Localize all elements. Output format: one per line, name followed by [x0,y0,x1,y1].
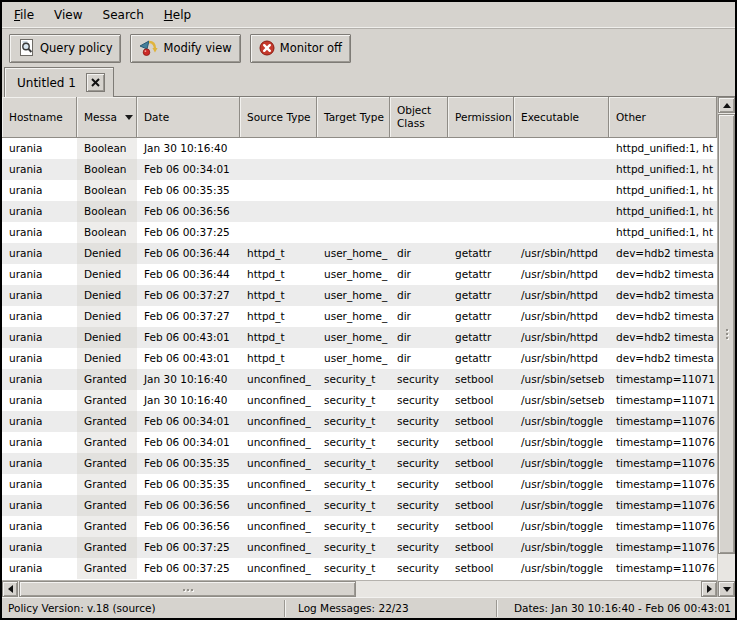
table-row[interactable]: uraniaDeniedFeb 06 00:37:27httpd_tuser_h… [2,285,717,306]
cell-other: timestamp=11076 [609,495,717,516]
modify-view-button[interactable]: Modify view [130,34,240,63]
cell-target_type: security_t [317,558,390,579]
statusbar: Policy Version: v.18 (source) Log Messag… [2,597,735,618]
cell-message: Denied [77,327,137,348]
cell-object_class: dir [390,327,448,348]
cell-other: dev=hdb2 timesta [609,285,717,306]
scroll-down-button[interactable] [718,581,735,597]
column-header-source_type[interactable]: Source Type [240,97,317,138]
table-row[interactable]: uraniaGrantedFeb 06 00:37:25unconfined_s… [2,537,717,558]
cell-other: timestamp=11076 [609,558,717,579]
status-policy-version: Policy Version: v.18 (source) [2,600,284,617]
h-scroll-thumb[interactable] [19,581,356,597]
table-row[interactable]: uraniaGrantedFeb 06 00:35:35unconfined_s… [2,474,717,495]
cell-message: Boolean [77,180,137,201]
cell-message: Denied [77,264,137,285]
cell-target_type: security_t [317,495,390,516]
cell-source_type: unconfined_ [240,411,317,432]
cell-permission: getattr [448,327,514,348]
cell-other: dev=hdb2 timesta [609,264,717,285]
cell-permission [448,201,514,222]
cell-date: Feb 06 00:37:25 [137,222,240,243]
cell-date: Feb 06 00:35:35 [137,474,240,495]
column-header-date[interactable]: Date [137,97,240,138]
cell-hostname: urania [2,327,77,348]
cell-executable: /usr/sbin/toggle [514,474,609,495]
cell-message: Denied [77,306,137,327]
table-row[interactable]: uraniaGrantedFeb 06 00:34:01unconfined_s… [2,411,717,432]
close-icon [91,78,100,87]
tab-untitled-1[interactable]: Untitled 1 [4,67,114,97]
table-row[interactable]: uraniaGrantedFeb 06 00:36:56unconfined_s… [2,516,717,537]
column-header-message[interactable]: Messa [77,97,137,138]
monitor-off-button[interactable]: Monitor off [250,34,351,63]
cell-executable: /usr/sbin/toggle [514,537,609,558]
table-row[interactable]: uraniaGrantedJan 30 10:16:40unconfined_s… [2,369,717,390]
cell-executable [514,180,609,201]
status-dates: Dates: Jan 30 10:16:40 - Feb 06 00:43:01 [496,600,735,617]
table-row[interactable]: uraniaGrantedJan 30 10:16:40unconfined_s… [2,390,717,411]
column-header-executable[interactable]: Executable [514,97,609,138]
scroll-up-button[interactable] [718,97,735,113]
cell-other: timestamp=11076 [609,453,717,474]
cell-source_type: unconfined_ [240,516,317,537]
table-row[interactable]: uraniaGrantedFeb 06 00:35:35unconfined_s… [2,453,717,474]
menu-search[interactable]: Search [93,4,154,26]
table-row[interactable]: uraniaDeniedFeb 06 00:43:01httpd_tuser_h… [2,327,717,348]
column-header-other[interactable]: Other [609,97,717,138]
table-row[interactable]: uraniaDeniedFeb 06 00:37:27httpd_tuser_h… [2,306,717,327]
cell-hostname: urania [2,453,77,474]
table-row[interactable]: uraniaBooleanFeb 06 00:34:01httpd_unifie… [2,159,717,180]
cell-other: dev=hdb2 timesta [609,348,717,369]
query-policy-button[interactable]: Query policy [9,34,121,63]
cell-target_type: security_t [317,369,390,390]
table-row[interactable]: uraniaBooleanFeb 06 00:36:56httpd_unifie… [2,201,717,222]
table-row[interactable]: uraniaDeniedFeb 06 00:43:01httpd_tuser_h… [2,348,717,369]
column-header-hostname[interactable]: Hostname [2,97,77,138]
table-row[interactable]: uraniaGrantedFeb 06 00:36:56unconfined_s… [2,495,717,516]
table-body: uraniaBooleanJan 30 10:16:40httpd_unifie… [2,138,717,580]
cell-target_type [317,159,390,180]
cell-target_type: user_home_ [317,306,390,327]
table-row[interactable]: uraniaBooleanFeb 06 00:35:35httpd_unifie… [2,180,717,201]
cell-executable [514,201,609,222]
cell-source_type: httpd_t [240,348,317,369]
cell-hostname: urania [2,285,77,306]
column-label: Hostname [9,111,63,124]
table-row[interactable]: uraniaBooleanJan 30 10:16:40httpd_unifie… [2,138,717,159]
tab-close-button[interactable] [86,73,105,92]
cell-other: httpd_unified:1, ht [609,159,717,180]
column-label: Other [616,111,646,124]
scroll-right-button[interactable] [701,581,717,597]
column-header-target_type[interactable]: Target Type [317,97,390,138]
table-row[interactable]: uraniaDeniedFeb 06 00:36:44httpd_tuser_h… [2,243,717,264]
v-scrollbar[interactable] [717,97,735,597]
v-scroll-thumb[interactable] [718,114,735,554]
menu-view[interactable]: View [44,4,92,26]
menu-help[interactable]: Help [154,4,201,26]
cell-message: Granted [77,516,137,537]
scroll-left-button[interactable] [2,581,18,597]
table-row[interactable]: uraniaDeniedFeb 06 00:36:44httpd_tuser_h… [2,264,717,285]
table-row[interactable]: uraniaGrantedFeb 06 00:37:25unconfined_s… [2,558,717,579]
arrow-left-icon [8,585,13,593]
cell-target_type: security_t [317,411,390,432]
cell-executable [514,159,609,180]
cell-message: Granted [77,495,137,516]
column-header-object_class[interactable]: Object Class [390,97,448,138]
cell-message: Denied [77,285,137,306]
cell-permission [448,159,514,180]
h-scrollbar[interactable] [2,580,717,597]
cell-message: Granted [77,411,137,432]
cell-message: Boolean [77,201,137,222]
cell-executable: /usr/sbin/toggle [514,495,609,516]
cell-source_type: unconfined_ [240,432,317,453]
table-row[interactable]: uraniaGrantedFeb 06 00:34:01unconfined_s… [2,432,717,453]
table-row[interactable]: uraniaBooleanFeb 06 00:37:25httpd_unifie… [2,222,717,243]
column-header-permission[interactable]: Permission [448,97,514,138]
menu-file[interactable]: File [4,4,44,26]
stop-icon [259,40,275,56]
cell-hostname: urania [2,516,77,537]
status-log-messages: Log Messages: 22/23 [284,600,496,617]
document-search-icon [18,39,35,57]
